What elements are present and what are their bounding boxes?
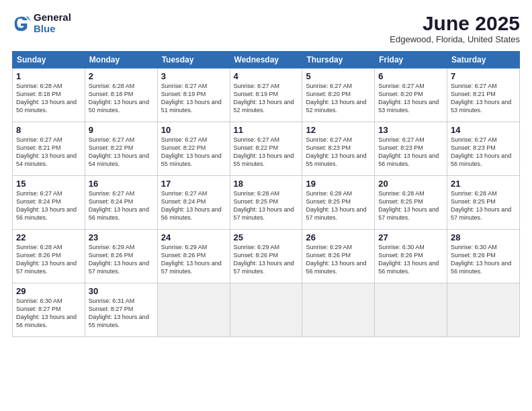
day-info: Sunrise: 6:27 AMSunset: 8:22 PMDaylight:… [161, 136, 226, 169]
day-number: 25 [234, 232, 299, 242]
day-info: Sunrise: 6:30 AMSunset: 8:26 PMDaylight:… [451, 243, 516, 276]
day-number: 29 [16, 286, 81, 296]
day-info: Sunrise: 6:29 AMSunset: 8:26 PMDaylight:… [234, 243, 299, 276]
day-number: 2 [89, 71, 154, 81]
day-number: 26 [306, 232, 371, 242]
day-number: 20 [378, 179, 443, 189]
day-info: Sunrise: 6:28 AMSunset: 8:18 PMDaylight:… [16, 82, 81, 115]
day-info: Sunrise: 6:27 AMSunset: 8:24 PMDaylight:… [16, 189, 81, 222]
logo-text: General Blue [34, 12, 71, 34]
page: General Blue June 2025 Edgewood, Florida… [0, 0, 532, 411]
day-info: Sunrise: 6:27 AMSunset: 8:24 PMDaylight:… [89, 189, 154, 222]
day-number: 23 [89, 232, 154, 242]
logo-general: General [34, 12, 71, 24]
day-number: 9 [89, 125, 154, 135]
week-row-4: 22Sunrise: 6:28 AMSunset: 8:26 PMDayligh… [13, 230, 520, 283]
day-info: Sunrise: 6:27 AMSunset: 8:19 PMDaylight:… [234, 82, 299, 115]
calendar: SundayMondayTuesdayWednesdayThursdayFrid… [12, 51, 520, 337]
day-number: 19 [306, 179, 371, 189]
empty-cell [302, 283, 375, 337]
day-cell-13: 13Sunrise: 6:27 AMSunset: 8:23 PMDayligh… [375, 122, 447, 176]
day-info: Sunrise: 6:29 AMSunset: 8:26 PMDaylight:… [161, 243, 226, 276]
day-cell-10: 10Sunrise: 6:27 AMSunset: 8:22 PMDayligh… [157, 122, 230, 176]
day-cell-4: 4Sunrise: 6:27 AMSunset: 8:19 PMDaylight… [230, 68, 302, 122]
day-headers-row: SundayMondayTuesdayWednesdayThursdayFrid… [13, 52, 520, 68]
day-cell-21: 21Sunrise: 6:28 AMSunset: 8:25 PMDayligh… [447, 176, 520, 230]
month-title: June 2025 [390, 12, 520, 34]
empty-cell [447, 283, 520, 337]
day-info: Sunrise: 6:27 AMSunset: 8:22 PMDaylight:… [89, 136, 154, 169]
day-info: Sunrise: 6:31 AMSunset: 8:27 PMDaylight:… [89, 297, 154, 330]
day-info: Sunrise: 6:27 AMSunset: 8:20 PMDaylight:… [306, 82, 371, 115]
day-cell-2: 2Sunrise: 6:28 AMSunset: 8:18 PMDaylight… [85, 68, 157, 122]
day-cell-19: 19Sunrise: 6:28 AMSunset: 8:25 PMDayligh… [302, 176, 375, 230]
day-cell-16: 16Sunrise: 6:27 AMSunset: 8:24 PMDayligh… [85, 176, 157, 230]
day-number: 5 [306, 71, 371, 81]
week-row-1: 1Sunrise: 6:28 AMSunset: 8:18 PMDaylight… [13, 68, 520, 122]
day-cell-25: 25Sunrise: 6:29 AMSunset: 8:26 PMDayligh… [230, 230, 302, 283]
day-info: Sunrise: 6:27 AMSunset: 8:21 PMDaylight:… [451, 82, 516, 115]
week-row-5: 29Sunrise: 6:30 AMSunset: 8:27 PMDayligh… [13, 283, 520, 337]
day-cell-1: 1Sunrise: 6:28 AMSunset: 8:18 PMDaylight… [13, 68, 85, 122]
day-info: Sunrise: 6:29 AMSunset: 8:26 PMDaylight:… [89, 243, 154, 276]
day-number: 10 [161, 125, 226, 135]
day-number: 24 [161, 232, 226, 242]
day-number: 13 [378, 125, 443, 135]
day-info: Sunrise: 6:27 AMSunset: 8:23 PMDaylight:… [451, 136, 516, 169]
day-number: 21 [451, 179, 516, 189]
day-cell-23: 23Sunrise: 6:29 AMSunset: 8:26 PMDayligh… [85, 230, 157, 283]
location: Edgewood, Florida, United States [390, 34, 520, 44]
day-header-saturday: Saturday [447, 52, 520, 68]
day-info: Sunrise: 6:30 AMSunset: 8:26 PMDaylight:… [378, 243, 443, 276]
day-number: 8 [16, 125, 81, 135]
day-number: 3 [161, 71, 226, 81]
calendar-body: 1Sunrise: 6:28 AMSunset: 8:18 PMDaylight… [13, 68, 520, 337]
day-info: Sunrise: 6:28 AMSunset: 8:18 PMDaylight:… [89, 82, 154, 115]
day-number: 7 [451, 71, 516, 81]
day-info: Sunrise: 6:27 AMSunset: 8:19 PMDaylight:… [161, 82, 226, 115]
day-cell-5: 5Sunrise: 6:27 AMSunset: 8:20 PMDaylight… [302, 68, 375, 122]
day-header-sunday: Sunday [13, 52, 85, 68]
day-cell-3: 3Sunrise: 6:27 AMSunset: 8:19 PMDaylight… [157, 68, 230, 122]
day-number: 28 [451, 232, 516, 242]
day-info: Sunrise: 6:28 AMSunset: 8:25 PMDaylight:… [306, 189, 371, 222]
day-cell-11: 11Sunrise: 6:27 AMSunset: 8:22 PMDayligh… [230, 122, 302, 176]
day-number: 12 [306, 125, 371, 135]
day-number: 11 [234, 125, 299, 135]
day-number: 15 [16, 179, 81, 189]
day-cell-7: 7Sunrise: 6:27 AMSunset: 8:21 PMDaylight… [447, 68, 520, 122]
day-info: Sunrise: 6:30 AMSunset: 8:27 PMDaylight:… [16, 297, 81, 330]
day-cell-29: 29Sunrise: 6:30 AMSunset: 8:27 PMDayligh… [13, 283, 85, 337]
day-cell-14: 14Sunrise: 6:27 AMSunset: 8:23 PMDayligh… [447, 122, 520, 176]
day-info: Sunrise: 6:28 AMSunset: 8:25 PMDaylight:… [451, 189, 516, 222]
day-cell-27: 27Sunrise: 6:30 AMSunset: 8:26 PMDayligh… [375, 230, 447, 283]
day-info: Sunrise: 6:27 AMSunset: 8:21 PMDaylight:… [16, 136, 81, 169]
day-number: 1 [16, 71, 81, 81]
day-header-monday: Monday [85, 52, 157, 68]
day-number: 6 [378, 71, 443, 81]
day-number: 17 [161, 179, 226, 189]
day-info: Sunrise: 6:27 AMSunset: 8:22 PMDaylight:… [234, 136, 299, 169]
day-header-wednesday: Wednesday [230, 52, 302, 68]
day-number: 27 [378, 232, 443, 242]
day-info: Sunrise: 6:27 AMSunset: 8:23 PMDaylight:… [306, 136, 371, 169]
day-cell-6: 6Sunrise: 6:27 AMSunset: 8:20 PMDaylight… [375, 68, 447, 122]
day-info: Sunrise: 6:27 AMSunset: 8:24 PMDaylight:… [161, 189, 226, 222]
day-cell-26: 26Sunrise: 6:29 AMSunset: 8:26 PMDayligh… [302, 230, 375, 283]
day-cell-20: 20Sunrise: 6:28 AMSunset: 8:25 PMDayligh… [375, 176, 447, 230]
day-number: 30 [89, 286, 154, 296]
header: General Blue June 2025 Edgewood, Florida… [12, 12, 520, 44]
day-number: 18 [234, 179, 299, 189]
day-header-friday: Friday [375, 52, 447, 68]
logo-icon [12, 14, 31, 33]
day-number: 16 [89, 179, 154, 189]
week-row-3: 15Sunrise: 6:27 AMSunset: 8:24 PMDayligh… [13, 176, 520, 230]
day-cell-18: 18Sunrise: 6:28 AMSunset: 8:25 PMDayligh… [230, 176, 302, 230]
week-row-2: 8Sunrise: 6:27 AMSunset: 8:21 PMDaylight… [13, 122, 520, 176]
day-number: 4 [234, 71, 299, 81]
day-info: Sunrise: 6:27 AMSunset: 8:23 PMDaylight:… [378, 136, 443, 169]
day-info: Sunrise: 6:28 AMSunset: 8:25 PMDaylight:… [234, 189, 299, 222]
day-cell-12: 12Sunrise: 6:27 AMSunset: 8:23 PMDayligh… [302, 122, 375, 176]
day-cell-22: 22Sunrise: 6:28 AMSunset: 8:26 PMDayligh… [13, 230, 85, 283]
empty-cell [157, 283, 230, 337]
